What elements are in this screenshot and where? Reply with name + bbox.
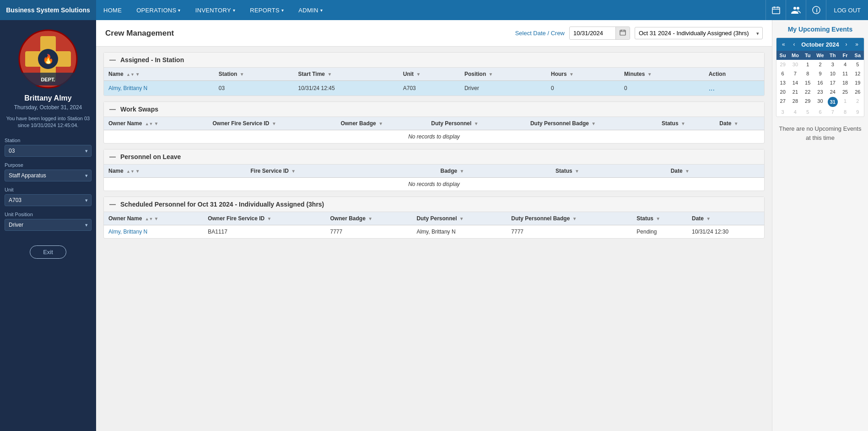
- nav-operations[interactable]: OPERATIONS ▾: [129, 0, 188, 20]
- cal-cell[interactable]: 9: [852, 107, 864, 117]
- cal-header-su: Su: [776, 51, 789, 60]
- cal-cell[interactable]: 9: [814, 69, 826, 78]
- nav-admin[interactable]: ADMIN ▾: [291, 0, 330, 20]
- operations-chevron: ▾: [178, 8, 180, 13]
- sp-th-date: Date ▼: [687, 212, 764, 225]
- cal-cell[interactable]: 8: [802, 69, 814, 78]
- select-date-label: Select Date / Crew: [515, 30, 565, 37]
- scheduled-personnel-header[interactable]: — Scheduled Personnel for Oct 31 2024 - …: [104, 197, 764, 212]
- users-icon: [791, 5, 801, 15]
- cell-hours: 0: [546, 81, 620, 96]
- cal-cell[interactable]: 30: [814, 96, 826, 107]
- cal-cell[interactable]: 10: [826, 69, 839, 78]
- cal-cell[interactable]: 21: [789, 87, 801, 96]
- cal-prev-btn[interactable]: ‹: [792, 40, 797, 48]
- cal-cell[interactable]: 1: [802, 60, 814, 69]
- info-icon-btn[interactable]: i: [806, 0, 826, 20]
- cal-cell[interactable]: 16: [814, 78, 826, 87]
- nav-inventory[interactable]: INVENTORY ▾: [188, 0, 243, 20]
- cal-cell[interactable]: 24: [826, 87, 839, 96]
- unit-position-label: Unit Position: [5, 212, 92, 217]
- reports-chevron: ▾: [281, 8, 284, 13]
- cal-header-row: Su Mo Tu We Th Fr Sa: [776, 51, 864, 60]
- cal-cell[interactable]: 28: [789, 96, 801, 107]
- svg-point-4: [793, 7, 796, 10]
- cal-cell[interactable]: 12: [852, 69, 864, 78]
- content-header: Crew Management Select Date / Crew: [96, 20, 772, 47]
- date-input[interactable]: [570, 27, 615, 39]
- cal-cell[interactable]: 15: [802, 78, 814, 87]
- mini-calendar: « ‹ October 2024 › » Su Mo Tu We Th Fr S…: [776, 37, 864, 117]
- cal-cell[interactable]: 3: [826, 60, 839, 69]
- cal-cell[interactable]: 13: [776, 78, 789, 87]
- pol-th-name: Name ▲▼▼: [104, 165, 246, 178]
- work-swaps-table: Owner Name ▲▼▼ Owner Fire Service ID ▼ O…: [104, 117, 764, 143]
- nav-home[interactable]: HOME: [96, 0, 129, 20]
- pol-header-row: Name ▲▼▼ Fire Service ID ▼ Badge ▼ Statu…: [104, 165, 764, 178]
- cal-cell[interactable]: 29: [802, 96, 814, 107]
- main-layout: 🔥 DEPT. Brittany Almy Thursday, October …: [0, 20, 868, 431]
- nav-reports[interactable]: REPORTS ▾: [243, 0, 291, 20]
- cal-cell[interactable]: 7: [789, 69, 801, 78]
- cal-cell[interactable]: 30: [789, 60, 801, 69]
- user-date: Thursday, October 31, 2024: [14, 104, 82, 111]
- calendar-icon-btn[interactable]: [766, 0, 786, 20]
- svg-text:🔥: 🔥: [43, 53, 54, 64]
- cal-cell[interactable]: 31: [828, 97, 838, 107]
- schedule-select[interactable]: Oct 31 2024 - Individually Assigned (3hr…: [635, 27, 763, 39]
- cal-cell[interactable]: 26: [852, 87, 864, 96]
- no-records-personnel: No records to display: [104, 178, 764, 191]
- logout-button[interactable]: LOG OUT: [826, 0, 868, 20]
- table-row: No records to display: [104, 178, 764, 191]
- cell-minutes: 0: [620, 81, 704, 96]
- cal-cell[interactable]: 8: [839, 107, 851, 117]
- cell-duty-personnel: Almy, Brittany N: [412, 225, 507, 239]
- cal-cell[interactable]: 22: [802, 87, 814, 96]
- cal-cell[interactable]: 2: [852, 96, 864, 107]
- cal-cell[interactable]: 1: [839, 96, 851, 107]
- cal-cell[interactable]: 7: [826, 107, 839, 117]
- cell-duty-badge: 7777: [507, 225, 632, 239]
- cal-cell[interactable]: 4: [839, 60, 851, 69]
- cal-cell[interactable]: 5: [802, 107, 814, 117]
- cal-cell[interactable]: 25: [839, 87, 851, 96]
- cal-cell[interactable]: 3: [776, 107, 789, 117]
- cal-cell[interactable]: 18: [839, 78, 851, 87]
- assigned-in-station-section: — Assigned - In Station Name ▲▼▼ Station…: [103, 52, 765, 96]
- cal-cell[interactable]: 2: [814, 60, 826, 69]
- purpose-select[interactable]: Staff Apparatus: [5, 170, 92, 181]
- cal-cell[interactable]: 19: [852, 78, 864, 87]
- unit-position-select[interactable]: Driver: [5, 219, 92, 231]
- unit-position-field: Unit Position Driver: [5, 212, 92, 231]
- cal-cell[interactable]: 17: [826, 78, 839, 87]
- sp-th-owner-badge: Owner Badge ▼: [326, 212, 412, 225]
- sidebar: 🔥 DEPT. Brittany Almy Thursday, October …: [0, 20, 96, 431]
- cal-cell[interactable]: 14: [789, 78, 801, 87]
- users-icon-btn[interactable]: [786, 0, 806, 20]
- unit-select-wrapper: A703: [5, 194, 92, 206]
- cal-next-next-btn[interactable]: »: [853, 40, 860, 48]
- cell-action[interactable]: ...: [704, 81, 764, 96]
- assigned-in-station-header[interactable]: — Assigned - In Station: [104, 53, 764, 68]
- work-swaps-header[interactable]: — Work Swaps: [104, 102, 764, 117]
- purpose-field: Purpose Staff Apparatus: [5, 162, 92, 181]
- personnel-on-leave-header[interactable]: — Personnel on Leave: [104, 149, 764, 165]
- cal-cell[interactable]: 5: [852, 60, 864, 69]
- cal-header-mo: Mo: [789, 51, 801, 60]
- station-label: Station: [5, 138, 92, 143]
- table-row: Almy, Brittany N BA1117 7777 Almy, Britt…: [104, 225, 764, 239]
- cal-cell[interactable]: 20: [776, 87, 789, 96]
- cal-cell[interactable]: 4: [789, 107, 801, 117]
- cal-cell[interactable]: 6: [814, 107, 826, 117]
- cal-cell[interactable]: 29: [776, 60, 789, 69]
- cal-cell[interactable]: 6: [776, 69, 789, 78]
- cal-cell[interactable]: 27: [776, 96, 789, 107]
- cal-cell[interactable]: 23: [814, 87, 826, 96]
- cal-cell[interactable]: 11: [839, 69, 851, 78]
- date-calendar-btn[interactable]: [615, 27, 630, 39]
- station-select[interactable]: 03: [5, 145, 92, 157]
- cal-next-btn[interactable]: ›: [844, 40, 849, 48]
- exit-button[interactable]: Exit: [30, 245, 66, 259]
- cal-prev-prev-btn[interactable]: «: [780, 40, 787, 48]
- unit-select[interactable]: A703: [5, 194, 92, 206]
